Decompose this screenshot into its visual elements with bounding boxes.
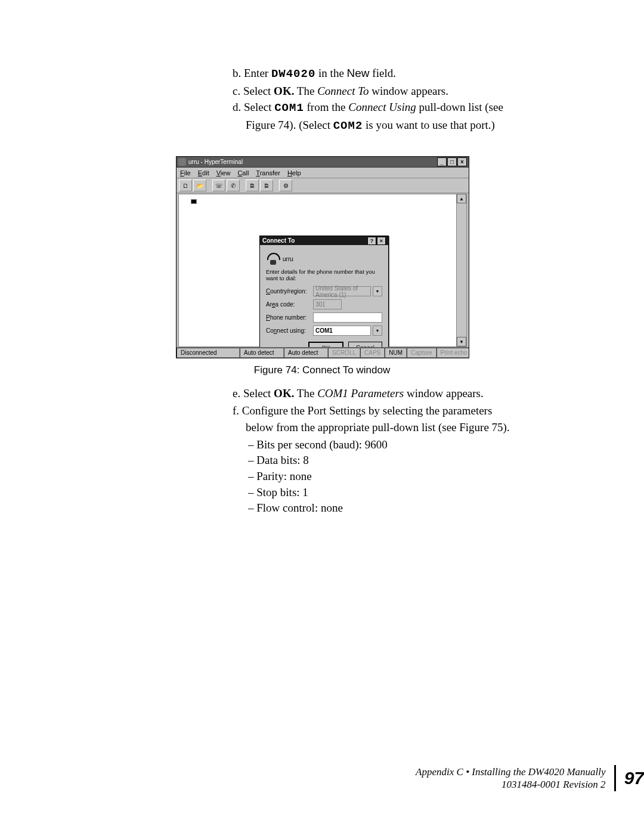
toolbar-send-icon[interactable]: 🗎 xyxy=(246,179,259,191)
figure-74: urru - HyperTerminal _ □ × File Edit Vie… xyxy=(176,156,468,376)
chevron-down-icon[interactable]: ▼ xyxy=(373,326,382,336)
instruction-block-mid: e. Select OK. The COM1 Parameters window… xyxy=(233,386,543,516)
menu-call[interactable]: Call xyxy=(237,169,249,176)
connect-to-dialog: Connect To ? × urru Enter details for th… xyxy=(259,236,389,358)
label-country: Country/region: xyxy=(266,288,311,295)
label-area: Area code: xyxy=(266,301,311,308)
menu-transfer[interactable]: Transfer xyxy=(256,169,280,176)
app-title: urru - HyperTerminal xyxy=(188,159,436,165)
toolbar-new-icon[interactable]: 🗋 xyxy=(179,179,192,191)
terminal-cursor-icon xyxy=(191,199,197,204)
app-icon xyxy=(178,158,186,166)
toolbar-open-icon[interactable]: 📂 xyxy=(193,179,206,191)
toolbar-hangup-icon[interactable]: ✆ xyxy=(227,179,240,191)
terminal-client-area: Connect To ? × urru Enter details for th… xyxy=(178,194,467,347)
label-phone: Phone number: xyxy=(266,314,311,321)
vertical-scrollbar[interactable]: ▲ ▼ xyxy=(456,194,466,346)
step-b: b. Enter DW4020 in the New field. xyxy=(233,66,543,82)
status-bar: Disconnected Auto detect Auto detect SCR… xyxy=(177,347,469,358)
dialog-title: Connect To xyxy=(262,237,295,244)
status-scroll: SCROLL xyxy=(328,348,360,358)
dialog-titlebar: Connect To ? × xyxy=(260,236,388,245)
scroll-down-icon[interactable]: ▼ xyxy=(457,337,466,346)
step-d-cont: Figure 74). (Select COM2 is you want to … xyxy=(233,117,543,134)
toolbar-call-icon[interactable]: ☏ xyxy=(212,179,225,191)
step-c: c. Select OK. The Connect To window appe… xyxy=(233,83,543,99)
footer-appendix: Appendix C • Installing the DW4020 Manua… xyxy=(416,766,606,778)
footer-docnum: 1031484-0001 Revision 2 xyxy=(416,778,606,791)
dialog-help-button[interactable]: ? xyxy=(367,237,376,245)
page-number: 97 xyxy=(624,768,644,788)
menu-file[interactable]: File xyxy=(180,169,191,176)
bullet-baud: – Bits per second (baud): 9600 xyxy=(233,437,543,453)
hyperterminal-window: urru - HyperTerminal _ □ × File Edit Vie… xyxy=(176,156,469,358)
country-select[interactable]: United States of America (1) xyxy=(313,286,371,296)
dialog-close-button[interactable]: × xyxy=(377,237,386,245)
toolbar-receive-icon[interactable]: 🗎 xyxy=(260,179,273,191)
bullet-databits: – Data bits: 8 xyxy=(233,453,543,469)
toolbar-properties-icon[interactable]: ⚙ xyxy=(279,179,292,191)
close-button[interactable]: × xyxy=(457,157,467,166)
area-code-input[interactable]: 301 xyxy=(313,299,342,309)
figure-caption: Figure 74: Connect To window xyxy=(176,364,468,376)
bullet-stopbits: – Stop bits: 1 xyxy=(233,485,543,501)
minimize-button[interactable]: _ xyxy=(437,157,447,166)
status-capture: Capture xyxy=(407,348,436,358)
menu-edit[interactable]: Edit xyxy=(198,169,209,176)
status-num: NUM xyxy=(385,348,407,358)
instruction-block-top: b. Enter DW4020 in the New field. c. Sel… xyxy=(233,66,543,135)
connect-using-select[interactable]: COM1 xyxy=(313,326,371,336)
dialog-instruction: Enter details for the phone number that … xyxy=(266,268,382,281)
toolbar: 🗋 📂 ☏ ✆ 🗎 🗎 ⚙ xyxy=(177,178,469,193)
menu-view[interactable]: View xyxy=(216,169,231,176)
status-caps: CAPS xyxy=(360,348,385,358)
step-f: f. Configure the Port Settings by select… xyxy=(233,403,543,419)
step-d: d. Select COM1 from the Connect Using pu… xyxy=(233,100,543,116)
status-echo: Print echo xyxy=(436,348,469,358)
status-auto1: Auto detect xyxy=(240,348,284,358)
bullet-flow: – Flow control: none xyxy=(233,500,543,516)
connection-name: urru xyxy=(283,256,293,262)
status-auto2: Auto detect xyxy=(284,348,328,358)
app-titlebar: urru - HyperTerminal _ □ × xyxy=(177,157,469,168)
step-f-cont: below from the appropriate pull-down lis… xyxy=(233,420,543,436)
menubar: File Edit View Call Transfer Help xyxy=(177,168,469,178)
phone-number-input[interactable] xyxy=(313,312,382,323)
maximize-button[interactable]: □ xyxy=(447,157,457,166)
scroll-up-icon[interactable]: ▲ xyxy=(457,194,466,203)
bullet-parity: – Parity: none xyxy=(233,469,543,485)
status-disconnected: Disconnected xyxy=(177,348,240,358)
phone-icon xyxy=(266,253,280,265)
label-connect-using: Connect using: xyxy=(266,327,311,334)
step-e: e. Select OK. The COM1 Parameters window… xyxy=(233,386,543,402)
page-footer: Appendix C • Installing the DW4020 Manua… xyxy=(0,765,644,791)
menu-help[interactable]: Help xyxy=(287,169,301,176)
chevron-down-icon[interactable]: ▼ xyxy=(373,286,382,296)
